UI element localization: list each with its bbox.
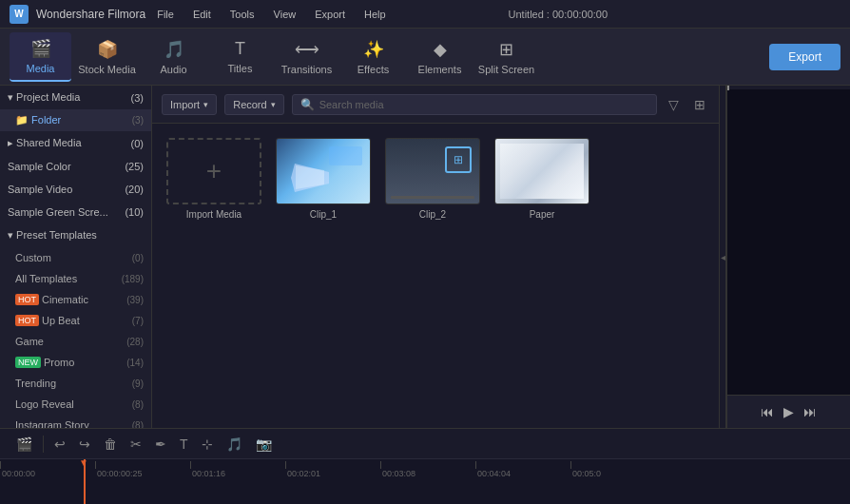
ruler-label-6: 00:05:0 xyxy=(572,469,601,478)
menu-item-view[interactable]: View xyxy=(270,7,300,22)
record-caret: ▾ xyxy=(271,100,276,109)
menu-item-edit[interactable]: Edit xyxy=(189,7,215,22)
sidebar-section-preset-templates[interactable]: ▾ Preset Templates xyxy=(0,223,151,247)
search-input[interactable] xyxy=(319,99,648,110)
custom-label: Custom xyxy=(15,252,51,263)
text-button[interactable]: T xyxy=(177,434,191,455)
toolbar-item-titles[interactable]: T Titles xyxy=(209,32,271,82)
shared-media-label: ▸ Shared Media xyxy=(8,137,82,149)
toolbar-item-transitions[interactable]: ⟷ Transitions xyxy=(276,32,338,82)
menu-item-help[interactable]: Help xyxy=(360,7,390,22)
sample-green-screen-label: Sample Green Scre... xyxy=(8,206,108,218)
preset-templates-label: ▾ Preset Templates xyxy=(8,229,97,242)
preview-panel: ⏮ ▶ ⏭ xyxy=(726,86,850,428)
preview-prev-button[interactable]: ⏮ xyxy=(761,404,774,419)
menu-item-tools[interactable]: Tools xyxy=(226,7,259,22)
undo-button[interactable]: ↩ xyxy=(51,434,68,455)
paper-thumb xyxy=(494,138,589,204)
preview-timecode-bar xyxy=(727,86,850,89)
grid-view-icon[interactable]: ⊞ xyxy=(690,95,709,114)
import-media-item[interactable]: + Import Media xyxy=(166,138,261,220)
toolbar-item-elements[interactable]: ◆ Elements xyxy=(409,32,471,82)
toolbar-item-effects[interactable]: ✨ Effects xyxy=(342,32,404,82)
delete-button[interactable]: 🗑 xyxy=(101,434,120,455)
redo-button[interactable]: ↪ xyxy=(76,434,93,455)
logo-reveal-count: (8) xyxy=(132,399,144,410)
ruler-mark-5: 00:04:04 xyxy=(475,461,570,478)
trending-count: (9) xyxy=(132,378,144,389)
sidebar-section-sample-video[interactable]: Sample Video(20) xyxy=(0,178,151,201)
main-content: ▾ Project Media(3)📁 Folder(3)▸ Shared Me… xyxy=(0,86,850,428)
all-templates-count: (189) xyxy=(122,274,144,284)
snapshot-button[interactable]: 📷 xyxy=(253,434,275,455)
paper-preview xyxy=(495,139,589,204)
custom-count: (0) xyxy=(132,253,144,263)
sidebar-item-trending[interactable]: Trending (9) xyxy=(0,373,151,394)
media-toolbar: Import ▾ Record ▾ 🔍 ▽ ⊞ xyxy=(152,86,719,124)
toolbar-item-split-screen[interactable]: ⊞ Split Screen xyxy=(475,32,537,82)
sidebar-item-promo[interactable]: NEWPromo (14) xyxy=(0,352,151,373)
stock-media-icon: 📦 xyxy=(97,39,118,60)
sidebar-section-sample-color[interactable]: Sample Color(25) xyxy=(0,155,151,178)
ruler-mark-1: 00:00:00:25 xyxy=(95,461,190,478)
folder-label: 📁 Folder xyxy=(15,114,61,126)
preview-next-button[interactable]: ⏭ xyxy=(803,404,817,419)
collapse-handle[interactable]: ◂ xyxy=(719,86,726,428)
filter-icon[interactable]: ▽ xyxy=(665,95,683,114)
titles-icon: T xyxy=(235,39,245,59)
toolbar-item-media[interactable]: 🎬 Media xyxy=(10,32,71,82)
clip1-item[interactable]: Clip_1 xyxy=(276,138,371,220)
sidebar-item-instagram-story[interactable]: Instagram Story (8) xyxy=(0,415,151,428)
sidebar-section-project-media[interactable]: ▾ Project Media(3) xyxy=(0,86,151,109)
sidebar-item-all-templates[interactable]: All Templates (189) xyxy=(0,268,151,289)
toolbar-label-audio: Audio xyxy=(160,64,186,75)
cut-button[interactable]: ✂ xyxy=(127,434,145,455)
ruler-mark-6: 00:05:0 xyxy=(570,461,666,478)
toolbar-items: 🎬 Media 📦 Stock Media 🎵 Audio T Titles ⟷… xyxy=(10,32,537,82)
split-screen-icon: ⊞ xyxy=(499,39,513,60)
sidebar-item-game[interactable]: Game (28) xyxy=(0,331,151,352)
menu-item-export[interactable]: Export xyxy=(311,7,349,22)
game-label: Game xyxy=(15,336,44,347)
sidebar-item-logo-reveal[interactable]: Logo Reveal (8) xyxy=(0,394,151,415)
timeline-left-tools: 🎬 ↩ ↪ 🗑 ✂ ✒ T ⊹ 🎵 📷 xyxy=(8,434,280,455)
export-button[interactable]: Export xyxy=(769,44,840,70)
folder-count: (3) xyxy=(132,115,144,126)
ruler-mark-4: 00:03:08 xyxy=(380,461,475,478)
clip2-item[interactable]: ⊞ Clip_2 xyxy=(385,138,480,220)
preview-controls: ⏮ ▶ ⏭ xyxy=(727,395,850,428)
logo-reveal-label: Logo Reveal xyxy=(15,398,74,410)
ruler-line-5 xyxy=(475,461,476,469)
app-name: Wondershare Filmora xyxy=(36,8,145,21)
menu-item-file[interactable]: File xyxy=(153,7,178,22)
instagram-story-label: Instagram Story xyxy=(15,419,89,428)
preview-play-button[interactable]: ▶ xyxy=(783,404,794,419)
playhead[interactable] xyxy=(84,459,86,504)
ruler-marks: 00:00:00 00:00:00:25 00:01:16 00:02:01 0… xyxy=(0,459,850,504)
effects-icon: ✨ xyxy=(363,39,384,60)
add-media-icon[interactable]: 🎬 xyxy=(13,434,35,455)
record-button[interactable]: Record ▾ xyxy=(224,94,283,115)
sidebar-item-cinematic[interactable]: HOTCinematic (39) xyxy=(0,289,151,310)
pen-button[interactable]: ✒ xyxy=(152,434,169,455)
sidebar-section-sample-green-screen[interactable]: Sample Green Scre...(10) xyxy=(0,201,151,223)
sample-video-label: Sample Video xyxy=(8,184,72,195)
audio-button[interactable]: 🎵 xyxy=(223,434,245,455)
preview-marker xyxy=(727,86,729,90)
sidebar-item-custom[interactable]: Custom (0) xyxy=(0,247,151,268)
project-media-label: ▾ Project Media xyxy=(8,91,80,104)
toolbar-item-stock-media[interactable]: 📦 Stock Media xyxy=(76,32,138,82)
clip2-preview: ⊞ xyxy=(386,139,479,204)
crop-button[interactable]: ⊹ xyxy=(199,434,216,455)
timeline: 🎬 ↩ ↪ 🗑 ✂ ✒ T ⊹ 🎵 📷 00:00:00 00:00:00:25… xyxy=(0,428,850,504)
project-media-count: (3) xyxy=(131,92,144,104)
paper-item[interactable]: Paper xyxy=(494,138,589,220)
sidebar-section-shared-media[interactable]: ▸ Shared Media(0) xyxy=(0,131,151,155)
toolbar-label-elements: Elements xyxy=(418,64,462,75)
toolbar-item-audio[interactable]: 🎵 Audio xyxy=(143,32,204,82)
sidebar-item-folder[interactable]: 📁 Folder(3) xyxy=(0,109,151,131)
sidebar-item-up-beat[interactable]: HOTUp Beat (7) xyxy=(0,310,151,331)
import-media-thumb[interactable]: + xyxy=(166,138,261,204)
import-button[interactable]: Import ▾ xyxy=(162,94,217,115)
toolbar-label-effects: Effects xyxy=(357,64,389,75)
